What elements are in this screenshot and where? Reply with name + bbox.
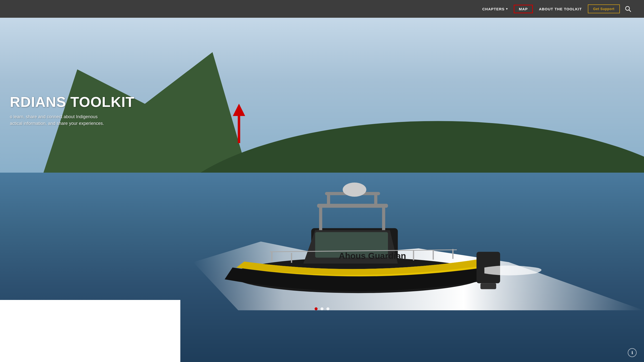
bottom-white-panel <box>0 300 180 362</box>
svg-point-0 <box>626 6 630 10</box>
navbar: CHAPTERS ▾ MAP ABOUT THE TOOLKIT Get Sup… <box>0 0 644 18</box>
search-button[interactable] <box>622 4 634 14</box>
svg-rect-6 <box>319 205 322 230</box>
nav-items: CHAPTERS ▾ MAP ABOUT THE TOOLKIT Get Sup… <box>478 4 634 14</box>
search-icon <box>625 6 631 12</box>
info-button[interactable]: ℹ <box>628 348 636 357</box>
about-label: ABOUT THE TOOLKIT <box>539 7 582 11</box>
boat-image: Ahous Guardian <box>193 161 548 300</box>
carousel-dot-1[interactable] <box>314 307 318 310</box>
map-nav-item[interactable]: MAP <box>514 5 533 13</box>
svg-line-1 <box>629 10 631 12</box>
carousel-dot-2[interactable] <box>320 307 324 310</box>
chapters-label: CHAPTERS <box>482 7 505 11</box>
svg-rect-7 <box>382 205 385 230</box>
svg-rect-15 <box>480 283 496 289</box>
hero-text-block: RDIANS TOOLKIT o learn, share and connec… <box>0 87 144 134</box>
hero-section: Ahous Guardian RDIANS TOOLKIT o learn, s… <box>0 18 644 362</box>
hero-title: RDIANS TOOLKIT <box>10 94 134 110</box>
carousel-dot-3[interactable] <box>326 307 330 310</box>
boat-svg: Ahous Guardian <box>193 161 548 299</box>
svg-point-12 <box>343 183 366 197</box>
about-nav-item[interactable]: ABOUT THE TOOLKIT <box>535 5 586 13</box>
map-label: MAP <box>519 7 528 11</box>
chapters-nav-item[interactable]: CHAPTERS ▾ <box>478 5 512 13</box>
carousel-dots <box>314 307 330 310</box>
hero-subtitle: o learn, share and connect about Indigen… <box>10 113 113 127</box>
info-icon: ℹ <box>632 351 633 355</box>
svg-text:Ahous Guardian: Ahous Guardian <box>339 251 406 261</box>
chapters-chevron-icon: ▾ <box>506 7 508 10</box>
get-support-button[interactable]: Get Support <box>588 4 620 13</box>
